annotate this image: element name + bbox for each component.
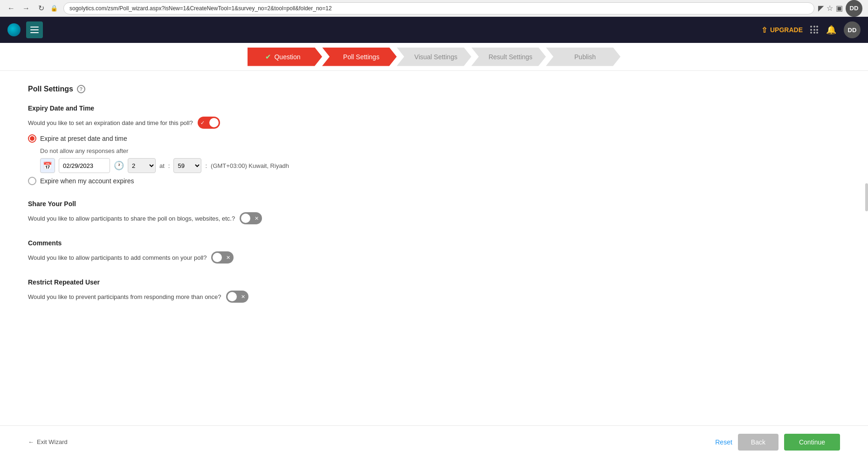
lock-icon: 🔒	[50, 5, 58, 12]
main-content: Poll Settings ? Expiry Date and Time Wou…	[0, 71, 868, 425]
page-footer: ← Exit Wizard Reset Back Continue	[0, 425, 868, 458]
back-nav-button[interactable]: ←	[6, 3, 17, 14]
footer-right-actions: Reset Back Continue	[715, 434, 840, 451]
at-label: at	[159, 162, 165, 169]
expire-account-label: Expire when my account expires	[40, 177, 134, 185]
logo-icon	[7, 23, 21, 36]
clock-icon: 🕐	[114, 160, 124, 171]
comments-toggle-row: Would you like to allow participants to …	[28, 251, 840, 264]
app-header: ⇧ UPGRADE 🔔 DD	[0, 17, 868, 43]
timezone-label: (GMT+03:00) Kuwait, Riyadh	[211, 162, 289, 169]
apps-grid-icon[interactable]	[810, 26, 819, 34]
forward-nav-button[interactable]: →	[21, 3, 32, 14]
wizard-step-question[interactable]: ✔ Question	[248, 48, 322, 66]
share-header: Share Your Poll	[28, 200, 840, 208]
page-title: Poll Settings	[28, 85, 73, 93]
star-icon[interactable]: ☆	[827, 4, 833, 13]
comments-toggle-x-icon: ✕	[226, 255, 230, 261]
expiry-question-label: Would you like to set an expiration date…	[28, 119, 193, 126]
expiry-toggle[interactable]	[198, 117, 220, 129]
no-response-after-label: Do not allow any responses after	[40, 147, 840, 154]
expiry-section: Expiry Date and Time Would you like to s…	[28, 104, 840, 185]
continue-button[interactable]: Continue	[784, 434, 840, 451]
comments-section: Comments Would you like to allow partici…	[28, 239, 840, 264]
expiry-header: Expiry Date and Time	[28, 104, 840, 112]
share-toggle[interactable]: ✕	[240, 212, 262, 224]
wizard-step-result-settings-label: Result Settings	[489, 53, 532, 61]
wizard-step-publish[interactable]: Publish	[546, 48, 620, 66]
colon-label: :	[168, 162, 170, 169]
comments-header: Comments	[28, 239, 840, 247]
hour-select[interactable]: 2 1 3 4 5 6 7 8 9 10 11 12	[128, 158, 156, 173]
menu-button[interactable]	[26, 21, 43, 38]
restrict-question-label: Would you like to prevent participants f…	[28, 293, 221, 300]
restrict-toggle[interactable]: ✕	[226, 291, 248, 303]
share-section: Share Your Poll Would you like to allow …	[28, 200, 840, 224]
share-toggle-x-icon: ✕	[255, 215, 259, 222]
upgrade-arrow-icon: ⇧	[761, 26, 767, 35]
expiry-toggle-row: Would you like to set an expiration date…	[28, 117, 840, 129]
url-bar[interactable]	[63, 2, 814, 14]
expire-preset-sub-section: Do not allow any responses after 📅 🕐 2 1…	[40, 147, 840, 173]
check-icon: ✔	[265, 53, 271, 61]
restrict-section: Restrict Repeated User Would you like to…	[28, 278, 840, 303]
screen-icon: ▣	[836, 4, 843, 13]
expire-account-radio-row[interactable]: Expire when my account expires	[28, 177, 840, 185]
comments-toggle[interactable]: ✕	[211, 251, 234, 264]
browser-bar: ← → ↻ 🔒 ◤ ☆ ▣ DD	[0, 0, 868, 17]
wizard-step-visual-settings-label: Visual Settings	[414, 53, 457, 61]
profile-avatar[interactable]: DD	[846, 0, 862, 17]
comments-question-label: Would you like to allow participants to …	[28, 254, 207, 261]
expire-preset-label: Expire at preset date and time	[40, 135, 127, 142]
help-icon[interactable]: ?	[77, 85, 85, 93]
share-toggle-row: Would you like to allow participants to …	[28, 212, 840, 224]
date-input[interactable]	[59, 158, 110, 173]
restrict-toggle-x-icon: ✕	[241, 294, 245, 300]
wizard-steps-bar: ✔ Question Poll Settings Visual Settings…	[0, 43, 868, 71]
datetime-row: 📅 🕐 2 1 3 4 5 6 7 8 9 10 11 12 at	[40, 158, 840, 173]
back-button[interactable]: Back	[738, 434, 778, 451]
minute-select[interactable]: 59 00 15 30 45	[173, 158, 201, 173]
page-title-row: Poll Settings ?	[28, 85, 840, 93]
refresh-button[interactable]: ↻	[35, 3, 47, 14]
cast-icon: ◤	[818, 4, 824, 13]
scroll-indicator[interactable]	[865, 183, 868, 211]
user-avatar[interactable]: DD	[844, 21, 861, 38]
restrict-header: Restrict Repeated User	[28, 278, 840, 286]
calendar-icon[interactable]: 📅	[40, 158, 55, 173]
reset-button[interactable]: Reset	[715, 438, 732, 446]
expire-preset-radio-row[interactable]: Expire at preset date and time	[28, 134, 840, 143]
wizard-step-question-label: Question	[274, 53, 300, 61]
notification-bell-icon[interactable]: 🔔	[826, 25, 836, 35]
exit-wizard-button[interactable]: ← Exit Wizard	[28, 438, 68, 445]
expire-account-radio[interactable]	[28, 177, 36, 185]
upgrade-button[interactable]: ⇧ UPGRADE	[761, 26, 803, 35]
restrict-toggle-row: Would you like to prevent participants f…	[28, 291, 840, 303]
share-question-label: Would you like to allow participants to …	[28, 215, 235, 222]
wizard-step-visual-settings[interactable]: Visual Settings	[397, 48, 471, 66]
colon-label2: :	[205, 162, 207, 169]
wizard-step-result-settings[interactable]: Result Settings	[471, 48, 546, 66]
exit-arrow-icon: ←	[28, 438, 34, 445]
wizard-step-poll-settings[interactable]: Poll Settings	[322, 48, 397, 66]
wizard-step-poll-settings-label: Poll Settings	[343, 53, 379, 61]
expire-preset-radio[interactable]	[28, 134, 36, 143]
wizard-step-publish-label: Publish	[574, 53, 596, 61]
